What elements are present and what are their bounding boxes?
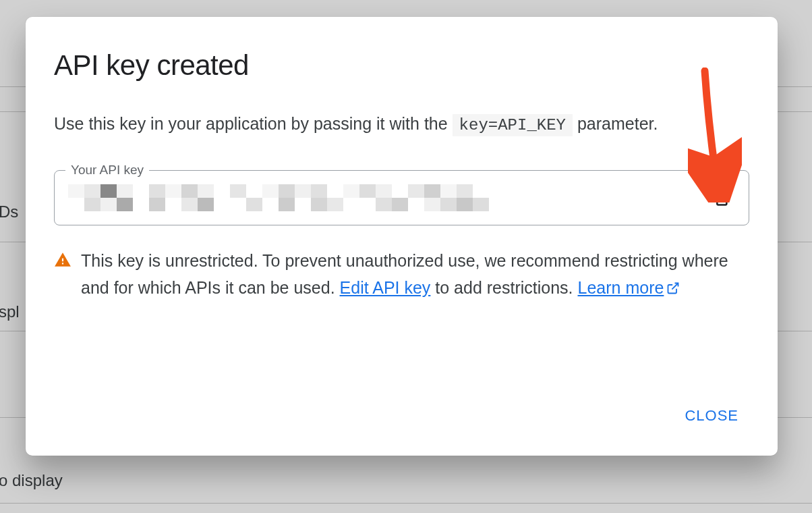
warning-icon xyxy=(54,251,71,269)
learn-more-link[interactable]: Learn more xyxy=(578,278,680,297)
api-key-field-label: Your API key xyxy=(65,163,149,178)
description-pre: Use this key in your application by pass… xyxy=(54,114,453,133)
dialog-actions: CLOSE xyxy=(54,400,749,431)
close-button[interactable]: CLOSE xyxy=(674,400,749,431)
edit-api-key-link[interactable]: Edit API key xyxy=(340,278,431,297)
svg-rect-0 xyxy=(717,194,726,205)
api-key-value[interactable] xyxy=(68,184,705,211)
api-key-redacted xyxy=(68,184,540,211)
dialog-description: Use this key in your application by pass… xyxy=(54,111,749,138)
external-link-icon xyxy=(666,281,680,295)
api-key-created-dialog: API key created Use this key in your app… xyxy=(26,17,778,456)
code-param: key=API_KEY xyxy=(453,114,573,136)
description-post: parameter. xyxy=(577,114,658,133)
dialog-title: API key created xyxy=(54,49,749,82)
copy-api-key-button[interactable] xyxy=(705,183,735,213)
copy-icon xyxy=(711,188,730,207)
warning-text-2: to add restrictions. xyxy=(430,278,577,297)
learn-more-label: Learn more xyxy=(578,278,664,297)
warning-message: This key is unrestricted. To prevent una… xyxy=(54,247,749,301)
api-key-field: Your API key xyxy=(54,170,749,225)
warning-text: This key is unrestricted. To prevent una… xyxy=(81,247,749,301)
svg-line-1 xyxy=(672,284,678,290)
